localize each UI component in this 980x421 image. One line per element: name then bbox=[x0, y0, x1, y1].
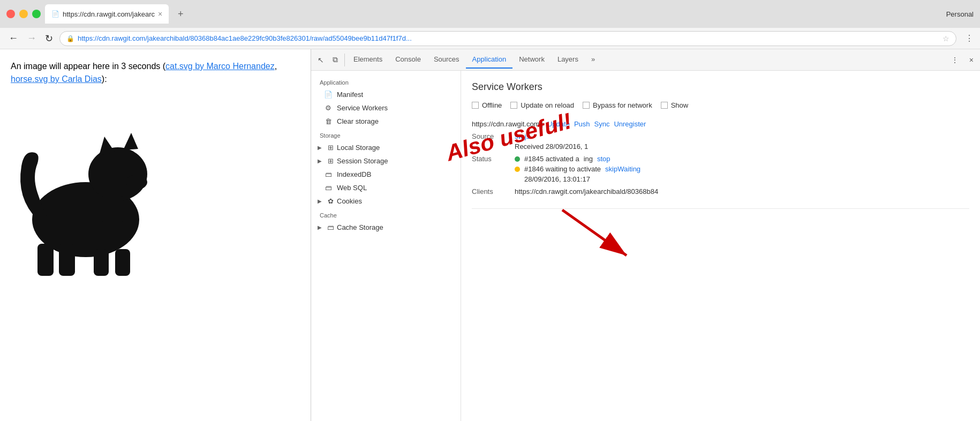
reload-button[interactable]: ↻ bbox=[43, 33, 55, 44]
sw-clients-row: Clients https://cdn.rawgit.com/jakearchi… bbox=[472, 187, 969, 196]
source-label: Source bbox=[472, 132, 515, 151]
sw-client-url: https://cdn.rawgit.com/jakearchibald/803… bbox=[515, 187, 658, 196]
panel-title: Service Workers bbox=[472, 81, 969, 93]
svg-rect-4 bbox=[94, 249, 109, 276]
sidebar-item-cache-storage[interactable]: ▶ 🗃 Cache Storage bbox=[311, 221, 461, 234]
cat-image bbox=[11, 91, 161, 279]
bypass-network-label: Bypass for network bbox=[593, 101, 652, 109]
status-dot-yellow bbox=[515, 167, 520, 172]
sw-waiting-date: 28/09/2016, 13:01:17 bbox=[524, 175, 590, 183]
tab-more[interactable]: » bbox=[585, 51, 601, 69]
sw-status-active: #1845 activated a ing stop bbox=[515, 155, 610, 163]
devtools-toolbar: ↖ ⧉ Elements Console Sources Application… bbox=[311, 49, 980, 71]
devtools-menu-button[interactable]: ⋮ bbox=[947, 54, 963, 66]
session-storage-icon: ⊞ bbox=[326, 157, 335, 165]
section-application-title: Application bbox=[311, 75, 461, 88]
tab-console[interactable]: Console bbox=[389, 51, 427, 69]
sidebar-item-clear-storage[interactable]: 🗑 Clear storage bbox=[311, 115, 461, 128]
tab-layers[interactable]: Layers bbox=[551, 51, 585, 69]
svg-rect-6 bbox=[59, 244, 75, 276]
sw-running-text: ing bbox=[584, 155, 593, 163]
sw-push-link[interactable]: Push bbox=[574, 120, 590, 128]
sidebar-item-local-storage-label: Local Storage bbox=[337, 144, 380, 152]
sidebar-item-manifest[interactable]: 📄 Manifest bbox=[311, 88, 461, 101]
tab-elements[interactable]: Elements bbox=[347, 51, 389, 69]
sw-status-row: Status #1845 activated a ing stop bbox=[472, 155, 969, 183]
status-value: #1845 activated a ing stop #1846 waiting… bbox=[515, 155, 640, 183]
cookies-expand-icon: ▶ bbox=[318, 198, 324, 204]
tab-favicon-icon: 📄 bbox=[51, 10, 59, 18]
bookmark-icon[interactable]: ☆ bbox=[943, 34, 949, 43]
section-cache-title: Cache bbox=[311, 208, 461, 221]
tab-application[interactable]: Application bbox=[466, 51, 513, 69]
tab-network[interactable]: Network bbox=[512, 51, 551, 69]
sw-url-row: https://cdn.rawgit.com/j Update Push Syn… bbox=[472, 120, 969, 128]
cat-svg-link[interactable]: cat.svg by Marco Hernandez bbox=[165, 62, 275, 71]
svg-rect-5 bbox=[115, 249, 130, 276]
new-tab-button[interactable]: + bbox=[173, 6, 188, 21]
forward-button[interactable]: → bbox=[25, 33, 39, 44]
sw-source-row: Source sw.js Received 28/09/2016, 1 bbox=[472, 132, 969, 151]
update-on-reload-label: Update on reload bbox=[521, 101, 574, 109]
manifest-icon: 📄 bbox=[324, 91, 333, 99]
traffic-lights bbox=[6, 10, 41, 18]
active-tab[interactable]: 📄 https://cdn.rawgit.com/jakearc × bbox=[45, 4, 169, 24]
sw-file-link[interactable]: sw.js bbox=[515, 132, 530, 140]
sidebar-item-indexeddb[interactable]: 🗃 IndexedDB bbox=[311, 168, 461, 181]
devtools-sidebar: Application 📄 Manifest ⚙ Service Workers… bbox=[311, 71, 461, 421]
address-bar[interactable]: 🔒 https://cdn.rawgit.com/jakearchibald/8… bbox=[59, 31, 956, 46]
sw-sync-link[interactable]: Sync bbox=[594, 120, 610, 128]
session-storage-expand-icon: ▶ bbox=[318, 158, 324, 164]
status-dot-green bbox=[515, 156, 520, 162]
devtools-close-button[interactable]: × bbox=[965, 54, 978, 66]
cookies-icon: ✿ bbox=[326, 197, 335, 205]
sidebar-item-session-storage[interactable]: ▶ ⊞ Session Storage bbox=[311, 154, 461, 168]
offline-option: Offline bbox=[472, 101, 502, 109]
sidebar-item-local-storage[interactable]: ▶ ⊞ Local Storage bbox=[311, 141, 461, 154]
browser-window: 📄 https://cdn.rawgit.com/jakearc × + Per… bbox=[0, 0, 980, 421]
cache-storage-icon: 🗃 bbox=[326, 223, 335, 231]
sidebar-item-cookies[interactable]: ▶ ✿ Cookies bbox=[311, 194, 461, 208]
back-button[interactable]: ← bbox=[6, 33, 20, 44]
sidebar-item-indexeddb-label: IndexedDB bbox=[337, 170, 371, 178]
sw-active-text: #1845 activated a bbox=[524, 155, 579, 163]
local-storage-expand-icon: ▶ bbox=[318, 145, 324, 151]
device-toggle-button[interactable]: ⧉ bbox=[328, 53, 342, 66]
browser-menu-icon[interactable]: ⋮ bbox=[965, 33, 974, 43]
devtools: ↖ ⧉ Elements Console Sources Application… bbox=[311, 49, 980, 421]
sidebar-item-service-workers[interactable]: ⚙ Service Workers bbox=[311, 101, 461, 115]
sw-unregister-link[interactable]: Unregister bbox=[614, 120, 646, 128]
sw-skip-waiting-link[interactable]: skipWaiting bbox=[605, 165, 640, 173]
show-checkbox[interactable] bbox=[661, 102, 668, 109]
show-label: Show bbox=[671, 101, 689, 109]
new-tab-icon: + bbox=[178, 9, 184, 20]
horse-svg-link[interactable]: horse.svg by Carla Dias bbox=[11, 74, 102, 84]
devtools-actions: ⋮ × bbox=[947, 54, 978, 66]
sw-update-link[interactable]: Update bbox=[547, 120, 570, 128]
tab-sources[interactable]: Sources bbox=[427, 51, 466, 69]
sidebar-item-cookies-label: Cookies bbox=[337, 197, 362, 205]
tab-close-icon[interactable]: × bbox=[158, 10, 162, 18]
tab-title: https://cdn.rawgit.com/jakearc bbox=[63, 10, 155, 18]
devtools-body: Application 📄 Manifest ⚙ Service Workers… bbox=[311, 71, 980, 421]
title-bar: 📄 https://cdn.rawgit.com/jakearc × + Per… bbox=[0, 0, 980, 28]
cache-storage-expand-icon: ▶ bbox=[318, 224, 324, 230]
sidebar-item-web-sql-label: Web SQL bbox=[337, 184, 367, 192]
minimize-button[interactable] bbox=[19, 10, 28, 18]
clients-value: https://cdn.rawgit.com/jakearchibald/803… bbox=[515, 187, 658, 196]
offline-label: Offline bbox=[482, 101, 502, 109]
maximize-button[interactable] bbox=[32, 10, 41, 18]
svg-point-9 bbox=[126, 175, 147, 190]
close-button[interactable] bbox=[6, 10, 15, 18]
devtools-tabs: Elements Console Sources Application Net… bbox=[347, 51, 947, 69]
source-value: sw.js Received 28/09/2016, 1 bbox=[515, 132, 588, 151]
sidebar-item-web-sql[interactable]: 🗃 Web SQL bbox=[311, 181, 461, 194]
offline-checkbox[interactable] bbox=[472, 102, 479, 109]
sw-url-text: https://cdn.rawgit.com/j bbox=[472, 120, 543, 128]
devtools-main-panel: Service Workers Offline Update on reload bbox=[461, 71, 980, 421]
sw-stop-link[interactable]: stop bbox=[597, 155, 610, 163]
svg-rect-7 bbox=[37, 244, 54, 276]
element-picker-button[interactable]: ↖ bbox=[313, 54, 328, 66]
update-on-reload-checkbox[interactable] bbox=[510, 102, 517, 109]
bypass-network-checkbox[interactable] bbox=[583, 102, 590, 109]
